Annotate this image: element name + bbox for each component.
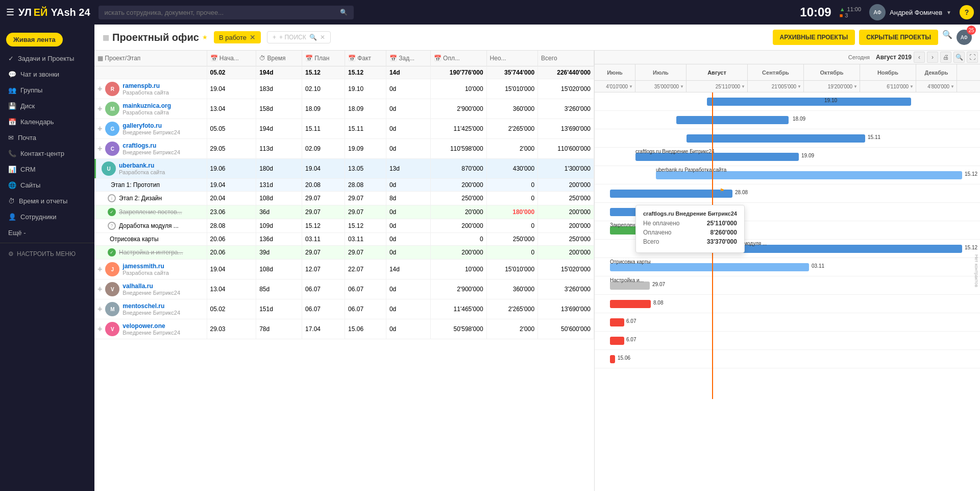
hamburger-icon[interactable]: ☰ (6, 7, 14, 18)
table-row[interactable]: + M mentoschel.ru Внедрение Битрикс24 05… (94, 299, 594, 319)
hidden-projects-button[interactable]: СКРЫТЫЕ ПРОЕКТЫ (859, 30, 938, 45)
row-total: 50'600'000 (538, 319, 594, 339)
tooltip-title: craftlogs.ru Внедрение Битрикс24 (643, 211, 737, 217)
gantt-bar[interactable] (610, 300, 651, 308)
favorite-icon[interactable]: ★ (202, 34, 208, 41)
dropdown-icon[interactable]: ▼ (950, 84, 954, 89)
gantt-bar[interactable] (687, 134, 865, 143)
sidebar-item-sites[interactable]: 🌐 Сайты (0, 177, 94, 193)
row-name-cell[interactable]: + G galleryfoto.ru Внедрение Битрикс24 (94, 119, 207, 139)
row-plan: 17.04 (302, 319, 345, 339)
sidebar-item-disk[interactable]: 💾 Диск (0, 98, 94, 114)
filter-close-button[interactable]: ✕ (250, 33, 256, 41)
filter-search-icon[interactable]: 🔍 (309, 34, 317, 41)
dropdown-icon[interactable]: ▼ (680, 84, 684, 89)
row-name-cell[interactable]: + V valhalla.ru Внедрение Битрикс24 (94, 279, 207, 299)
dropdown-icon[interactable]: ▼ (797, 84, 801, 89)
project-avatar: M (105, 102, 119, 116)
add-button[interactable]: + (97, 285, 102, 294)
filter-clear-icon[interactable]: ✕ (320, 34, 325, 41)
row-name-cell[interactable]: + V velopower.one Внедрение Битрикс24 (94, 319, 207, 339)
add-button[interactable]: + (97, 84, 102, 93)
table-row[interactable]: + V valhalla.ru Внедрение Битрикс24 13.0… (94, 279, 594, 299)
amount-value: 4'010'000 (606, 84, 628, 89)
gantt-bar[interactable] (610, 318, 624, 326)
gantt-bar-date: 28.08 (735, 190, 748, 195)
table-row[interactable]: + M mainkuznica.org Разработка сайта 13.… (94, 99, 594, 119)
add-button[interactable]: + (97, 265, 102, 274)
dropdown-icon[interactable]: ▼ (910, 84, 914, 89)
amount-value: 4'800'000 (927, 84, 949, 89)
table-row[interactable]: + G galleryfoto.ru Внедрение Битрикс24 0… (94, 119, 594, 139)
dropdown-icon[interactable]: ▼ (853, 84, 857, 89)
row-tasks: 0d (386, 299, 430, 319)
row-name-cell[interactable]: + M mentoschel.ru Внедрение Битрикс24 (94, 299, 207, 319)
row-name-cell[interactable]: + J jamessmith.ru Разработка сайта (94, 260, 207, 279)
row-name-cell[interactable]: U uberbank.ru Разработка сайта (94, 159, 207, 179)
sidebar-item-contact-center[interactable]: 📞 Контакт-центр (0, 146, 94, 161)
sidebar-item-crm[interactable]: 📊 CRM (0, 161, 94, 177)
add-button[interactable]: + (97, 124, 102, 133)
gantt-bar[interactable] (676, 116, 789, 124)
table-row[interactable]: U uberbank.ru Разработка сайта 19.06 180… (94, 159, 594, 179)
row-time: 109d (256, 219, 302, 233)
add-button[interactable]: + (97, 324, 102, 334)
header-search-icon[interactable]: 🔍 (942, 30, 952, 45)
sidebar-item-time[interactable]: ⏱ Время и отчеты (0, 193, 94, 209)
row-tasks: 0d (386, 179, 430, 192)
user-info[interactable]: АФ Андрей Фомичев ▼ (869, 4, 951, 20)
row-name-cell[interactable]: + R ramenspb.ru Разработка сайта (94, 79, 207, 99)
row-time: 39d (256, 246, 302, 260)
notifications-badge[interactable]: АФ 25 (957, 30, 972, 45)
gantt-bar[interactable] (610, 355, 615, 363)
archive-projects-button[interactable]: АРХИВНЫЕ ПРОЕКТЫ (773, 30, 855, 45)
help-button[interactable]: ? (960, 5, 974, 19)
sidebar-item-mail[interactable]: ✉ Почта (0, 130, 94, 146)
row-paid: 10'000 (430, 79, 486, 99)
sidebar-item-groups[interactable]: 👥 Группы (0, 82, 94, 98)
contact-icon: 📞 (8, 150, 16, 157)
add-button[interactable]: + (97, 144, 102, 153)
dropdown-icon[interactable]: ▼ (629, 84, 633, 89)
row-name-cell[interactable]: + M mainkuznica.org Разработка сайта (94, 99, 207, 119)
row-paid: 11'465'000 (430, 299, 486, 319)
add-button[interactable]: + (97, 104, 102, 113)
total-tasks: 14d (386, 66, 430, 79)
add-button[interactable]: + (97, 305, 102, 314)
row-tasks: 14d (386, 260, 430, 279)
dropdown-icon[interactable]: ▼ (741, 84, 745, 89)
gantt-bar[interactable] (610, 337, 624, 345)
gantt-print-button[interactable]: 🖨 (940, 52, 951, 63)
search-input[interactable] (105, 9, 340, 16)
table-row[interactable]: + R ramenspb.ru Разработка сайта 19.04 1… (94, 79, 594, 99)
global-search[interactable]: 🔍 (99, 6, 354, 19)
gantt-next-button[interactable]: › (927, 52, 938, 63)
user-dropdown-icon[interactable]: ▼ (946, 10, 951, 15)
sidebar-item-employees[interactable]: 👤 Сотрудники (0, 209, 94, 225)
gantt-zoom-in-button[interactable]: 🔍 (953, 52, 965, 63)
row-total: 3'260'000 (538, 99, 594, 119)
gantt-bar-date: 19.09 (801, 153, 814, 158)
sidebar-item-more[interactable]: Ещё - (0, 225, 94, 241)
row-fact: 19.10 (345, 79, 386, 99)
row-name-cell: i Этап 2: Дизайн (94, 192, 207, 205)
sidebar-settings[interactable]: ⚙ НАСТРОИТЬ МЕНЮ (0, 245, 94, 263)
gantt-bar[interactable] (707, 98, 911, 106)
table-row[interactable]: + V velopower.one Внедрение Битрикс24 29… (94, 319, 594, 339)
table-row[interactable]: + C craftlogs.ru Внедрение Битрикс24 29.… (94, 139, 594, 159)
row-paid: 0 (430, 233, 486, 246)
sidebar-item-tasks[interactable]: ✓ Задачи и Проекты (0, 51, 94, 66)
live-feed-button[interactable]: Живая лента (6, 33, 63, 46)
row-total: 200'000 (538, 205, 594, 219)
table-row[interactable]: + J jamessmith.ru Разработка сайта 19.04… (94, 260, 594, 279)
sidebar-item-calendar[interactable]: 📅 Календарь (0, 114, 94, 130)
sidebar-item-chat[interactable]: 💬 Чат и звонки (0, 66, 94, 82)
row-name-cell[interactable]: + C craftlogs.ru Внедрение Битрикс24 (94, 139, 207, 159)
gantt-fullscreen-button[interactable]: ⛶ (967, 52, 978, 63)
gantt-bar-date: 8.08 (653, 300, 663, 306)
gantt-bar-row: 28.08⚑ (595, 184, 980, 203)
content-area: ▦ Проектный офис ★ В работе ✕ + + ПОИСК … (94, 25, 980, 491)
gantt-bar[interactable] (610, 190, 732, 198)
gantt-prev-button[interactable]: ‹ (914, 52, 925, 63)
filter-search[interactable]: + + ПОИСК 🔍 ✕ (267, 31, 331, 43)
